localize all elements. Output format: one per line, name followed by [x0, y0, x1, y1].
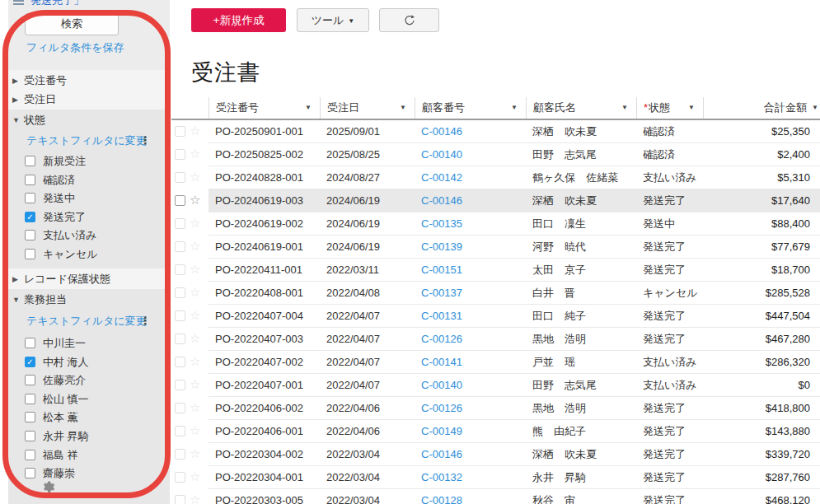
table-row[interactable]: ☆PO-20240619-0032024/06/19C-00146深栖 吹未夏発… — [171, 189, 820, 212]
customer-number-link[interactable]: C-00137 — [421, 287, 462, 299]
customer-number-link[interactable]: C-00132 — [421, 471, 462, 483]
star-icon[interactable]: ☆ — [190, 377, 200, 392]
create-new-button[interactable]: +新規作成 — [191, 8, 286, 32]
column-dropdown-icon[interactable]: ▼ — [511, 97, 518, 119]
status-option[interactable]: 支払い済み — [8, 227, 170, 244]
star-icon[interactable]: ☆ — [190, 331, 200, 346]
status-checkbox[interactable] — [25, 249, 35, 259]
star-icon[interactable]: ☆ — [190, 239, 200, 254]
table-row[interactable]: ☆PO-20250901-0012025/09/01C-00146深栖 吹未夏確… — [171, 120, 820, 143]
column-dropdown-icon[interactable]: ▼ — [688, 97, 695, 119]
customer-number-link[interactable]: C-00126 — [421, 402, 462, 414]
star-icon[interactable]: ☆ — [190, 216, 200, 231]
row-checkbox[interactable] — [175, 149, 185, 160]
assignee-option[interactable]: 永井 昇騎 — [8, 428, 170, 445]
status-checkbox[interactable] — [25, 156, 35, 166]
row-checkbox[interactable] — [175, 126, 185, 137]
customer-number-link[interactable]: C-00126 — [421, 333, 462, 345]
row-checkbox[interactable] — [175, 264, 185, 275]
star-icon[interactable]: ☆ — [190, 308, 200, 323]
column-header-3[interactable]: 顧客番号▼ — [415, 97, 526, 119]
star-icon[interactable]: ☆ — [190, 262, 200, 277]
assignee-option[interactable]: 松山 慎一 — [8, 391, 170, 408]
assignee-checkbox[interactable] — [25, 450, 35, 460]
table-row[interactable]: ☆PO-20220407-0012022/04/07C-00140田野 志気尾支… — [171, 374, 820, 397]
customer-number-link[interactable]: C-00131 — [421, 310, 462, 322]
row-checkbox[interactable] — [175, 334, 185, 344]
assignee-option[interactable]: 中川圭一 — [8, 335, 170, 352]
table-row[interactable]: ☆PO-20240619-0022024/06/19C-00135田口 凜生発送… — [171, 212, 820, 236]
column-dropdown-icon[interactable]: ▼ — [305, 97, 312, 119]
filter-section-order-date[interactable]: ▶受注日 — [8, 91, 170, 109]
status-checkbox[interactable] — [25, 193, 35, 203]
status-option[interactable]: 確認済 — [8, 172, 170, 189]
table-row[interactable]: ☆PO-20240828-0012024/08/27C-00142鶴ヶ久保 佐緒… — [171, 166, 820, 189]
save-filter-link[interactable]: フィルタ条件を保存 — [26, 40, 124, 55]
customer-number-link[interactable]: C-00146 — [421, 448, 462, 460]
table-row[interactable]: ☆PO-20220407-0042022/04/07C-00131田口 純子発送… — [171, 305, 820, 328]
assignee-option[interactable]: 松本 薫 — [8, 409, 170, 426]
column-header-4[interactable]: 顧客氏名▼ — [526, 97, 636, 119]
status-checkbox[interactable] — [25, 230, 35, 240]
customer-number-link[interactable]: C-00128 — [421, 494, 462, 504]
assignee-checkbox[interactable] — [25, 394, 35, 404]
gear-icon[interactable] — [41, 480, 55, 494]
column-header-2[interactable]: 受注日▼ — [320, 97, 415, 119]
customer-number-link[interactable]: C-00142 — [421, 171, 462, 184]
row-checkbox[interactable] — [175, 287, 185, 298]
assignee-checkbox[interactable] — [25, 468, 35, 478]
row-checkbox[interactable] — [175, 195, 185, 206]
assignee-option[interactable]: 佐藤亮介 — [8, 372, 170, 389]
table-row[interactable]: ☆PO-20220304-0012022/03/04C-00132永井 昇騎発送… — [171, 466, 820, 489]
star-icon[interactable]: ☆ — [190, 285, 200, 300]
status-text-filter-link[interactable]: テキストフィルタに変更 — [26, 133, 147, 149]
star-icon[interactable]: ☆ — [190, 170, 200, 184]
tools-dropdown-button[interactable]: ツール▼ — [297, 8, 369, 32]
status-option[interactable]: 発送中 — [8, 190, 170, 207]
assignee-checkbox[interactable] — [25, 338, 35, 348]
table-row[interactable]: ☆PO-20220411-0012022/03/11C-00151太田 京子発送… — [171, 259, 820, 282]
customer-number-link[interactable]: C-00149 — [421, 425, 462, 437]
table-row[interactable]: ☆PO-20220304-0022022/03/04C-00146深栖 吹未夏発… — [171, 443, 820, 466]
customer-number-link[interactable]: C-00140 — [421, 148, 462, 161]
star-icon[interactable]: ☆ — [190, 354, 200, 369]
search-button[interactable]: 検索 — [25, 13, 119, 35]
filter-section-assignee[interactable]: ▼業務担当 — [8, 291, 170, 309]
current-view-name[interactable]: 発送完了」 — [30, 0, 84, 8]
customer-number-link[interactable]: C-00151 — [421, 264, 462, 276]
star-icon[interactable]: ☆ — [190, 147, 200, 161]
table-row[interactable]: ☆PO-20220407-0032022/04/07C-00126黒地 浩明発送… — [171, 328, 820, 351]
assignee-option[interactable]: 齋藤崇 — [8, 465, 170, 482]
row-checkbox[interactable] — [175, 357, 185, 367]
row-checkbox[interactable] — [175, 380, 185, 390]
column-header-1[interactable]: 受注番号▼ — [209, 97, 320, 119]
table-row[interactable]: ☆PO-20220407-0022022/04/07C-00141戸並 瑶支払い… — [171, 351, 820, 374]
more-options-icon[interactable]: ⋮ — [140, 313, 151, 329]
status-option[interactable]: ✓発送完了 — [8, 209, 170, 226]
column-header-5[interactable]: *状態▼ — [636, 97, 703, 119]
assignee-checkbox[interactable] — [25, 412, 35, 422]
customer-number-link[interactable]: C-00135 — [421, 217, 462, 230]
assignee-checkbox[interactable] — [25, 375, 35, 385]
row-checkbox[interactable] — [175, 403, 185, 413]
row-checkbox[interactable] — [175, 472, 185, 483]
table-row[interactable]: ☆PO-20220303-0052022/03/04C-00128秋谷 宙発送完… — [171, 489, 820, 504]
refresh-button[interactable] — [379, 8, 439, 32]
filter-section-order-no[interactable]: ▶受注番号 — [8, 72, 170, 90]
star-icon[interactable]: ☆ — [190, 193, 200, 208]
column-dropdown-icon[interactable]: ▼ — [400, 97, 406, 119]
more-options-icon[interactable]: ⋮ — [140, 133, 151, 149]
assignee-checkbox[interactable] — [25, 431, 35, 441]
status-checkbox[interactable] — [25, 175, 35, 185]
column-header-6[interactable]: 合計金額▼ — [703, 97, 820, 119]
star-icon[interactable]: ☆ — [190, 446, 200, 461]
table-row[interactable]: ☆PO-20220406-0012022/04/06C-00149熊 由紀子発送… — [171, 420, 820, 443]
filter-section-status[interactable]: ▼状態 — [8, 111, 170, 129]
table-row[interactable]: ☆PO-20250825-0022025/08/25C-00140田野 志気尾確… — [171, 143, 820, 166]
customer-number-link[interactable]: C-00146 — [421, 125, 462, 138]
table-row[interactable]: ☆PO-20240619-0012024/06/19C-00139河野 暁代発送… — [171, 236, 820, 259]
row-checkbox[interactable] — [175, 172, 185, 183]
row-checkbox[interactable] — [175, 241, 185, 252]
customer-number-link[interactable]: C-00139 — [421, 240, 462, 253]
star-icon[interactable]: ☆ — [190, 423, 200, 438]
